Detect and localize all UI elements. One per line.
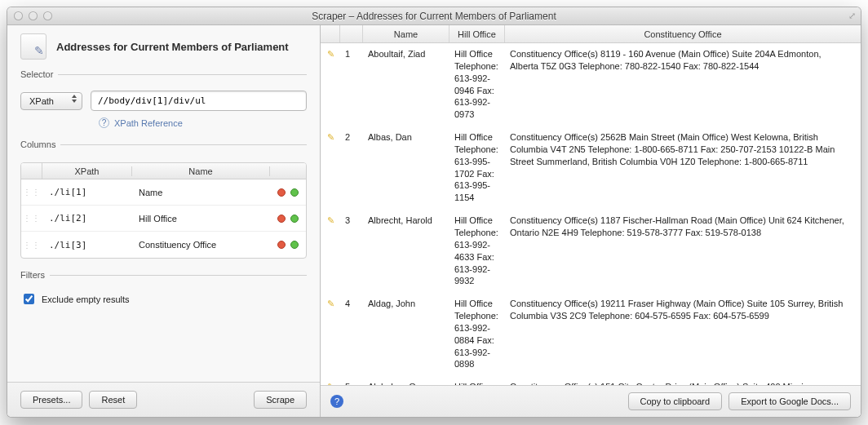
left-content: Selector XPath ? XPath Reference Columns xyxy=(7,69,320,382)
right-footer: ? Copy to clipboard Export to Google Doc… xyxy=(321,385,861,417)
help-icon: ? xyxy=(99,117,109,128)
columns-table: XPath Name ⋮⋮ ./li[1] Name xyxy=(20,162,307,259)
copy-clipboard-button[interactable]: Copy to clipboard xyxy=(628,392,723,410)
drag-handle-icon[interactable]: ⋮⋮ xyxy=(21,214,42,223)
titlebar[interactable]: Scraper – Addresses for Current Members … xyxy=(7,7,861,25)
scrape-button[interactable]: Scrape xyxy=(254,391,307,409)
cell-constituency-office: Constituency Office(s) 19211 Fraser High… xyxy=(505,298,861,322)
xpath-reference-label: XPath Reference xyxy=(114,118,183,128)
results-header-num xyxy=(340,25,363,42)
column-name[interactable]: Name xyxy=(132,188,270,197)
cell-name: Aldag, John xyxy=(363,298,450,310)
edit-row-icon[interactable]: ✎ xyxy=(321,298,340,310)
columns-header-name: Name xyxy=(132,166,270,176)
selector-expression-input[interactable] xyxy=(91,91,307,111)
remove-column-icon[interactable] xyxy=(277,188,286,197)
add-column-icon[interactable] xyxy=(290,188,299,197)
results-header-name[interactable]: Name xyxy=(363,25,450,42)
export-google-docs-button[interactable]: Export to Google Docs... xyxy=(728,392,851,410)
exclude-empty-row[interactable]: Exclude empty results xyxy=(20,291,307,307)
row-number: 3 xyxy=(340,215,363,227)
table-row[interactable]: ✎3Albrecht, HaroldHill Office Telephone:… xyxy=(321,210,861,293)
document-edit-icon xyxy=(20,33,46,60)
left-panel: Addresses for Current Members of Parliam… xyxy=(7,25,321,417)
column-name[interactable]: Hill Office xyxy=(132,214,270,224)
column-xpath[interactable]: ./li[3] xyxy=(42,240,132,250)
remove-column-icon[interactable] xyxy=(277,241,286,249)
exclude-empty-checkbox[interactable] xyxy=(24,294,34,304)
filters-legend: Filters xyxy=(20,270,50,280)
filters-section: Filters Exclude empty results xyxy=(20,270,307,307)
window-title: Scraper – Addresses for Current Members … xyxy=(7,11,861,22)
row-number: 2 xyxy=(340,131,363,144)
table-row[interactable]: ✎2Albas, DanHill Office Telephone: 613-9… xyxy=(321,126,861,210)
cell-name: Albrecht, Harold xyxy=(363,215,450,227)
results-header-hill[interactable]: Hill Office xyxy=(450,25,505,42)
fullscreen-icon[interactable]: ⤢ xyxy=(848,11,856,21)
reset-button[interactable]: Reset xyxy=(89,391,137,409)
cell-hill-office: Hill Office Telephone: 613-992-4633 Fax:… xyxy=(450,215,505,287)
table-row[interactable]: ✎1Aboultaif, ZiadHill Office Telephone: … xyxy=(321,43,861,126)
remove-column-icon[interactable] xyxy=(277,215,286,223)
table-row[interactable]: ✎4Aldag, JohnHill Office Telephone: 613-… xyxy=(321,293,861,376)
results-body[interactable]: ✎1Aboultaif, ZiadHill Office Telephone: … xyxy=(321,43,861,385)
cell-constituency-office: Constituency Office(s) 1187 Fischer-Hall… xyxy=(505,215,861,239)
column-row: ⋮⋮ ./li[1] Name xyxy=(21,179,306,206)
cell-hill-office: Hill Office Telephone: 613-992-0884 Fax:… xyxy=(450,298,505,370)
results-header: Name Hill Office Constituency Office xyxy=(321,25,861,43)
cell-hill-office: Hill Office Telephone: 613-992-0946 Fax:… xyxy=(450,48,505,121)
exclude-empty-label: Exclude empty results xyxy=(42,294,130,304)
column-row: ⋮⋮ ./li[2] Hill Office xyxy=(21,206,306,232)
scraper-window: Scraper – Addresses for Current Members … xyxy=(7,7,861,418)
row-number: 4 xyxy=(340,298,363,310)
selector-legend: Selector xyxy=(20,69,58,79)
selector-section: Selector XPath ? XPath Reference xyxy=(20,69,307,128)
add-column-icon[interactable] xyxy=(290,241,299,249)
columns-header-row: XPath Name xyxy=(21,163,306,179)
columns-section: Columns XPath Name ⋮⋮ ./li[1] Name xyxy=(20,139,307,259)
cell-hill-office: Hill Office Telephone: 613-995-1702 Fax:… xyxy=(450,131,505,204)
edit-row-icon[interactable]: ✎ xyxy=(321,131,340,144)
cell-name: Albas, Dan xyxy=(363,131,450,144)
columns-legend: Columns xyxy=(20,139,60,149)
cell-constituency-office: Constituency Office(s) 2562B Main Street… xyxy=(505,131,861,168)
column-xpath[interactable]: ./li[1] xyxy=(42,187,132,197)
columns-header-xpath: XPath xyxy=(42,166,132,176)
columns-header-handle xyxy=(21,163,42,179)
page-title: Addresses for Current Members of Parliam… xyxy=(56,41,289,53)
edit-row-icon[interactable]: ✎ xyxy=(321,215,340,227)
cell-constituency-office: Constituency Office(s) 8119 - 160 Avenue… xyxy=(505,48,861,73)
selector-mode-popup[interactable]: XPath xyxy=(20,92,82,110)
results-panel: Name Hill Office Constituency Office ✎1A… xyxy=(321,25,861,417)
column-row: ⋮⋮ ./li[3] Constituency Office xyxy=(21,232,306,258)
panel-header: Addresses for Current Members of Parliam… xyxy=(7,25,320,69)
results-header-edit xyxy=(321,25,340,42)
column-name[interactable]: Constituency Office xyxy=(132,240,270,250)
cell-name: Aboultaif, Ziad xyxy=(363,48,450,60)
add-column-icon[interactable] xyxy=(290,215,299,223)
presets-button[interactable]: Presets... xyxy=(20,391,82,409)
left-footer: Presets... Reset Scrape xyxy=(7,382,320,417)
column-xpath[interactable]: ./li[2] xyxy=(42,213,132,224)
drag-handle-icon[interactable]: ⋮⋮ xyxy=(21,188,42,197)
results-header-const[interactable]: Constituency Office xyxy=(505,25,861,42)
drag-handle-icon[interactable]: ⋮⋮ xyxy=(21,241,42,250)
edit-row-icon[interactable]: ✎ xyxy=(321,48,340,60)
xpath-reference-link[interactable]: ? XPath Reference xyxy=(99,117,307,128)
row-number: 1 xyxy=(340,48,363,60)
window-body: Addresses for Current Members of Parliam… xyxy=(7,25,861,417)
help-icon[interactable]: ? xyxy=(330,395,343,408)
table-row[interactable]: ✎5Alghabra, OmarHill Office Telephone: 6… xyxy=(321,376,861,385)
